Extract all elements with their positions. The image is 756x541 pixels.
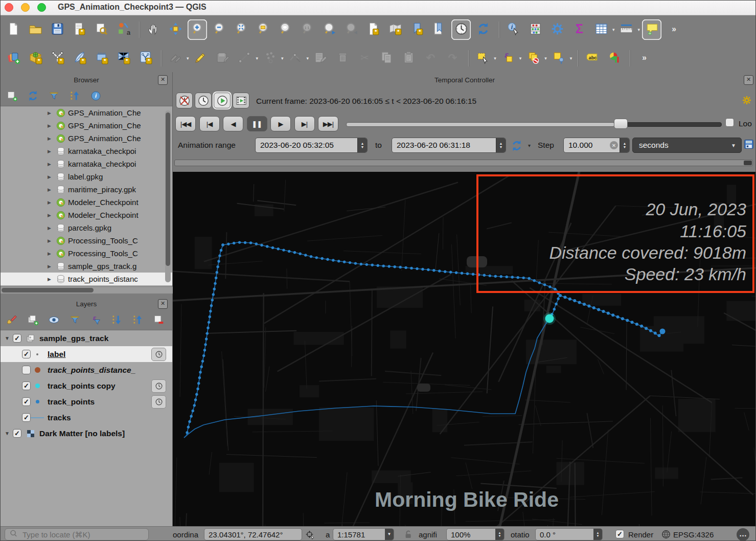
styling-brush-button[interactable] xyxy=(5,313,19,328)
new-spatialite-layer-button[interactable]: * xyxy=(70,48,89,69)
browser-hscrollbar[interactable] xyxy=(1,286,173,294)
identify-features-button[interactable]: i xyxy=(503,19,523,40)
show-layout-manager-button[interactable] xyxy=(91,19,111,40)
step-input[interactable]: 10.000 ✕ ▲▼ xyxy=(563,138,630,153)
expand-icon[interactable]: ▶ xyxy=(48,251,56,256)
close-window-button[interactable] xyxy=(5,3,13,12)
expand-icon[interactable]: ▶ xyxy=(48,238,56,243)
expand-icon[interactable]: ▶ xyxy=(48,162,56,167)
browser-item-maritime-piracy-gpk[interactable]: ▶maritime_piracy.gpk xyxy=(1,183,172,196)
scale-dropdown-icon[interactable]: ▼ xyxy=(385,529,394,540)
range-end-input[interactable]: 2023-06-20 06:31:18 ▲▼ xyxy=(392,138,506,153)
scale-select[interactable]: 1:15781 ▼ xyxy=(333,528,394,540)
browser-vscrollbar[interactable] xyxy=(165,110,171,282)
open-project-button[interactable] xyxy=(26,19,45,40)
step-clear-icon[interactable]: ✕ xyxy=(610,141,618,149)
browser-item-parcels-gpkg[interactable]: ▶parcels.gpkg xyxy=(1,221,172,234)
select-by-expression-dropdown-icon[interactable]: ▾ xyxy=(519,56,522,61)
locator-input[interactable] xyxy=(21,530,141,539)
browser-item-gps-animation-che[interactable]: ▶GPS_Animation_Che xyxy=(1,106,172,119)
expand-icon[interactable]: ▶ xyxy=(48,277,56,282)
add-group-button[interactable] xyxy=(26,313,40,328)
layer-item-label[interactable]: ▶✓label xyxy=(1,346,172,362)
expand-icon[interactable]: ▶ xyxy=(48,264,56,269)
expand-icon[interactable]: ▶ xyxy=(48,149,56,154)
expand-icon[interactable]: ▶ xyxy=(48,226,56,231)
map-canvas[interactable]: 20 Jun, 2023 11:16:05 Distance covered: … xyxy=(173,172,756,526)
layer-checkbox[interactable]: ✓ xyxy=(22,413,31,422)
refresh-map-button[interactable] xyxy=(473,19,493,40)
rotation-spinner[interactable]: ▲▼ xyxy=(593,529,602,540)
expand-icon[interactable]: ▶ xyxy=(48,136,56,141)
select-by-expression-button[interactable]: ε xyxy=(498,48,518,69)
temporal-nav-movie-button[interactable] xyxy=(233,93,249,108)
measure-line-dropdown-icon[interactable]: ▾ xyxy=(638,27,640,32)
temporal-layer-clock-icon[interactable] xyxy=(151,348,166,361)
browser-item-modeler-checkpoint[interactable]: ▶Modeler_Checkpoint xyxy=(1,209,172,221)
layer-item-track-points-distance-[interactable]: ▶track_points_distance_ xyxy=(1,362,172,378)
collapse-icon[interactable]: ▼ xyxy=(5,431,13,436)
step-unit-select[interactable]: seconds▼ xyxy=(632,138,742,153)
new-mesh-layer-button[interactable]: * xyxy=(113,48,133,69)
browser-item-track-points-distanc[interactable]: ▶track_points_distanc xyxy=(1,273,172,285)
layer-checkbox[interactable]: ✓ xyxy=(13,429,21,438)
remove-layer-button[interactable] xyxy=(151,313,166,328)
skip-to-end-button[interactable]: ▶▶| xyxy=(318,116,338,131)
collapse-all-button[interactable] xyxy=(130,313,145,328)
save-project-button[interactable] xyxy=(48,19,67,40)
loop-checkbox[interactable] xyxy=(725,118,734,127)
range-start-input[interactable]: 2023-06-20 05:32:05 ▲▼ xyxy=(255,138,368,153)
properties-info-button[interactable]: i xyxy=(88,89,103,104)
statistical-summary-button[interactable]: Σ xyxy=(569,19,589,40)
expand-icon[interactable]: ▶ xyxy=(48,123,56,128)
style-manager-button[interactable]: a xyxy=(113,19,133,40)
step-spinner[interactable]: ▲▼ xyxy=(620,138,629,152)
zoom-to-layer-button[interactable] xyxy=(254,19,273,40)
magnifier-spinner[interactable]: ▲▼ xyxy=(495,529,504,540)
lock-scale-icon[interactable] xyxy=(403,529,414,541)
filter-browser-button[interactable] xyxy=(47,89,61,104)
select-by-form-dropdown-icon[interactable]: ▾ xyxy=(570,56,572,61)
zoom-in-button[interactable] xyxy=(188,19,207,40)
visibility-eye-button[interactable] xyxy=(47,313,61,328)
temporal-close-icon[interactable]: ✕ xyxy=(744,75,753,85)
data-source-manager-button[interactable] xyxy=(4,48,23,69)
processing-toolbox-button[interactable] xyxy=(547,19,567,40)
collapse-icon[interactable]: ▼ xyxy=(5,335,13,341)
browser-item-label-gpkg[interactable]: ▶label.gpkg xyxy=(1,170,172,183)
browser-item-karnataka-checkpoi[interactable]: ▶karnataka_checkpoi xyxy=(1,157,172,170)
browser-item-karnataka-checkpoi[interactable]: ▶karnataka_checkpoi xyxy=(1,145,172,157)
play-forward-button[interactable]: ▶ xyxy=(270,116,291,131)
browser-item-processing-tools-c[interactable]: ▶Processing_Tools_C xyxy=(1,234,172,247)
pan-map-button[interactable] xyxy=(144,19,163,40)
layer-checkbox[interactable] xyxy=(22,366,31,374)
select-features-dropdown-icon[interactable]: ▾ xyxy=(494,56,496,61)
new-project-button[interactable] xyxy=(4,19,23,40)
layer-checkbox[interactable]: ✓ xyxy=(22,397,31,406)
render-checkbox[interactable]: ✓ xyxy=(615,530,624,538)
temporal-nav-fixed-button[interactable] xyxy=(195,93,212,108)
layer-item-sample-gps-track[interactable]: ▼✓sample_gps_track xyxy=(1,330,172,346)
temporal-nav-off-button[interactable] xyxy=(176,93,193,108)
pause-button[interactable]: ❚❚ xyxy=(247,116,267,131)
messages-icon[interactable]: … xyxy=(737,528,749,541)
new-geopackage-layer-button[interactable]: * xyxy=(26,48,45,69)
new-shapefile-layer-button[interactable]: * xyxy=(48,48,67,69)
minimize-window-button[interactable] xyxy=(21,3,30,12)
range-end-spinner[interactable]: ▲▼ xyxy=(496,138,506,152)
temporal-layer-clock-icon[interactable] xyxy=(151,379,166,393)
new-3d-map-view-button[interactable]: * xyxy=(385,19,405,40)
refresh-browser-button[interactable] xyxy=(26,89,40,104)
locator-box[interactable] xyxy=(5,528,149,540)
zoom-out-button[interactable] xyxy=(210,19,229,40)
select-features-button[interactable] xyxy=(473,48,492,69)
add-layer-button[interactable] xyxy=(5,89,19,104)
expand-icon[interactable]: ▶ xyxy=(48,110,56,116)
time-slider-remaining[interactable] xyxy=(626,122,722,127)
collapse-all-button[interactable] xyxy=(67,89,82,104)
magnifier-input[interactable]: 100% ▲▼ xyxy=(446,528,505,540)
new-map-view-button[interactable]: * xyxy=(363,19,383,40)
layer-checkbox[interactable]: ✓ xyxy=(22,381,31,390)
temporal-controller-panel-button[interactable] xyxy=(451,19,471,40)
new-gpx-layer-button[interactable]: * xyxy=(135,48,155,69)
